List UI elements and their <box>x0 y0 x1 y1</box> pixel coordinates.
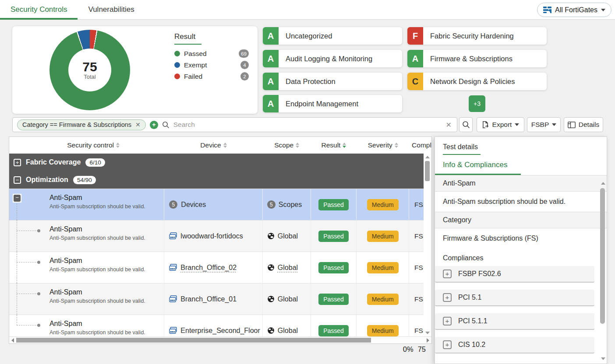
export-label: Export <box>492 121 512 129</box>
scope-link[interactable]: Global <box>278 295 298 303</box>
category-card-network-design[interactable]: C Network Design & Policies <box>407 73 547 90</box>
panel-scrollbar[interactable] <box>599 182 606 360</box>
compliance-item-fsbp[interactable]: + FSBP FS02.6 <box>435 266 594 283</box>
column-header-compliance[interactable]: Compl <box>409 137 431 154</box>
export-button[interactable]: Export <box>477 117 524 132</box>
scrollbar-thumb[interactable] <box>425 161 430 181</box>
compliances-section-label: Compliances <box>435 248 607 266</box>
table-row[interactable]: Anti-Spam Anti-Spam subscription should … <box>9 220 431 252</box>
result-badge: Passed <box>318 294 349 305</box>
remove-filter-icon[interactable]: ✕ <box>135 121 141 128</box>
scroll-up-icon[interactable] <box>601 182 605 185</box>
control-description: Anti-Spam subscription should be valid. <box>49 266 145 273</box>
more-categories-button[interactable]: +3 <box>469 95 485 112</box>
scroll-left-icon[interactable] <box>11 338 14 343</box>
clear-search-icon[interactable]: ✕ <box>445 121 452 129</box>
table-row[interactable]: Anti-Spam Anti-Spam subscription should … <box>9 252 431 283</box>
sort-icon-active <box>343 143 346 148</box>
expand-icon[interactable]: + <box>14 159 21 166</box>
row-count: 75 <box>418 345 426 354</box>
legend-item-exempt[interactable]: Exempt 4 <box>174 61 249 69</box>
search-button[interactable] <box>459 117 473 132</box>
scope-link[interactable]: Global <box>278 232 298 240</box>
legend-item-passed[interactable]: Passed 69 <box>174 49 249 58</box>
result-donut-chart[interactable]: 75 Total <box>49 30 130 110</box>
column-header-scope[interactable]: Scope <box>263 137 311 154</box>
details-toggle-button[interactable]: Details <box>564 117 603 132</box>
fortigate-selector-button[interactable]: All FortiGates <box>537 3 611 17</box>
category-card-firmware-subscriptions[interactable]: A Firmware & Subscriptions <box>407 50 547 67</box>
compliance-item-pci-5-1-1[interactable]: + PCI 5.1.1 <box>435 313 594 330</box>
scrollbar-thumb[interactable] <box>16 338 371 343</box>
filter-pill[interactable]: Category == Firmware & Subscriptions ✕ <box>17 119 146 130</box>
column-header-result[interactable]: Result <box>311 137 357 154</box>
globe-icon <box>267 264 275 271</box>
add-filter-button[interactable]: + <box>150 121 158 129</box>
filter-search-box[interactable]: Category == Firmware & Subscriptions ✕ +… <box>12 117 457 132</box>
tab-info-compliances[interactable]: Info & Compliances <box>435 161 521 175</box>
expand-icon[interactable]: + <box>443 293 452 302</box>
scrollbar-thumb[interactable] <box>600 188 605 324</box>
device-link[interactable]: Branch_Office_02 <box>180 264 237 272</box>
compliance-item-pci-5-1[interactable]: + PCI 5.1 <box>435 290 594 306</box>
scroll-right-icon[interactable] <box>427 338 429 343</box>
scroll-down-icon[interactable] <box>601 357 605 360</box>
legend-title: Result <box>174 32 201 45</box>
scope-link[interactable]: Global <box>278 264 298 272</box>
device-count-badge: 5 <box>169 200 177 209</box>
globe-icon <box>267 232 275 240</box>
column-header-severity[interactable]: Severity <box>357 137 409 154</box>
scope-link[interactable]: Global <box>278 327 298 335</box>
table-row-anti-spam-parent[interactable]: − Anti-Spam Anti-Spam subscription shoul… <box>9 189 431 220</box>
expand-icon[interactable]: + <box>443 317 452 326</box>
search-input[interactable] <box>173 121 441 129</box>
category-card-endpoint-management[interactable]: A Endpoint Management <box>263 95 402 112</box>
group-row-fabric-coverage[interactable]: + Fabric Coverage 6/10 <box>9 154 431 171</box>
control-description: Anti-Spam subscription should be valid. <box>49 298 145 304</box>
top-bar: Security Controls Vulnerabilities All Fo… <box>0 0 615 20</box>
compliance-view-dropdown[interactable]: FSBP <box>527 117 561 132</box>
table-row[interactable]: Anti-Spam Anti-Spam subscription should … <box>9 283 431 315</box>
tab-vulnerabilities[interactable]: Vulnerabilities <box>78 0 145 20</box>
donut-center: 75 Total <box>68 49 111 91</box>
group-name: Optimization <box>26 176 68 184</box>
column-header-security-control[interactable]: Security control <box>22 137 164 154</box>
sort-icon <box>116 143 120 148</box>
export-icon <box>482 121 489 129</box>
category-card-fabric-security-hardening[interactable]: F Fabric Security Hardening <box>407 27 547 45</box>
row-tree-cell <box>9 284 22 315</box>
collapse-row-icon[interactable]: − <box>13 194 21 203</box>
device-link[interactable]: lwoodward-fortidocs <box>180 232 243 240</box>
scope-count-label: Scopes <box>279 201 302 209</box>
group-row-optimization[interactable]: − Optimization 54/90 <box>9 171 431 189</box>
fortigate-device-icon <box>169 295 177 303</box>
category-card-audit-logging[interactable]: A Audit Logging & Monitoring <box>263 50 402 67</box>
result-badge: Passed <box>318 262 349 273</box>
control-name: Anti-Spam <box>49 257 82 265</box>
row-tree-cell <box>9 220 22 252</box>
tab-security-controls[interactable]: Security Controls <box>0 0 78 20</box>
category-card-uncategorized[interactable]: A Uncategorized <box>263 27 402 45</box>
legend-item-failed[interactable]: Failed 2 <box>174 72 249 80</box>
table-horizontal-scrollbar[interactable] <box>9 336 431 343</box>
table-vertical-scrollbar[interactable] <box>424 154 431 336</box>
grade-badge: A <box>407 50 423 67</box>
compliance-item-cis-10-2[interactable]: + CIS 10.2 <box>435 337 594 354</box>
group-count-badge: 6/10 <box>85 158 105 167</box>
table-footer: 0% 75 <box>403 345 426 354</box>
fortigate-icon <box>543 7 551 13</box>
collapse-icon[interactable]: − <box>14 176 21 184</box>
tab-test-details[interactable]: Test details <box>443 143 481 155</box>
column-header-device[interactable]: Device <box>164 137 263 154</box>
device-link[interactable]: Branch_Office_01 <box>180 295 237 303</box>
scroll-down-icon[interactable] <box>425 332 430 334</box>
category-card-data-protection[interactable]: A Data Protection <box>263 73 402 90</box>
device-link[interactable]: Enterprise_Second_Floor <box>180 327 260 335</box>
scroll-up-icon[interactable] <box>425 156 430 158</box>
fortigate-selector-label: All FortiGates <box>555 6 597 14</box>
tree-node-icon <box>37 229 40 232</box>
view-label: FSBP <box>531 121 549 129</box>
expand-icon[interactable]: + <box>443 270 452 278</box>
expand-icon[interactable]: + <box>443 340 452 349</box>
search-icon <box>162 121 170 129</box>
